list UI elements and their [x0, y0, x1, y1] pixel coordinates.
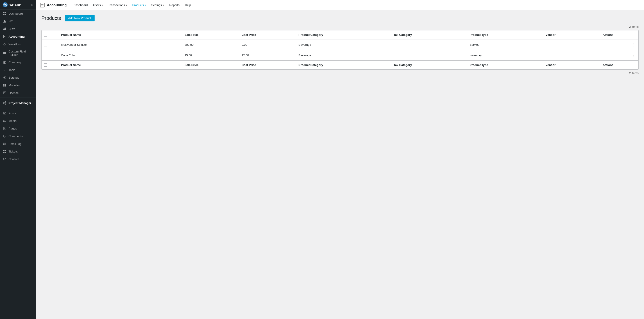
- header-product-name: Product Name: [59, 31, 182, 40]
- svg-line-36: [4, 102, 5, 103]
- svg-rect-2: [3, 12, 4, 13]
- sidebar-item-modules[interactable]: Modules: [0, 81, 36, 89]
- svg-point-8: [5, 28, 6, 29]
- svg-rect-3: [5, 12, 6, 13]
- svg-rect-24: [4, 62, 5, 64]
- products-chevron-icon: ▾: [145, 4, 146, 6]
- workflow-icon: [3, 42, 7, 46]
- svg-point-15: [4, 45, 5, 46]
- svg-line-17: [4, 44, 4, 44]
- row2-checkbox[interactable]: [44, 54, 47, 57]
- add-new-product-button[interactable]: Add New Product: [65, 15, 94, 22]
- row2-category: Beverage: [296, 50, 391, 61]
- sidebar-item-pages-label: Pages: [8, 127, 17, 130]
- items-count-bottom: 2 items: [42, 71, 638, 75]
- topnav-item-products[interactable]: Products ▾: [130, 2, 148, 8]
- svg-point-6: [4, 20, 6, 21]
- sidebar-item-hr[interactable]: HR: [0, 17, 36, 25]
- sidebar-item-comments[interactable]: Comments: [0, 132, 36, 140]
- sidebar-item-dashboard[interactable]: Dashboard: [0, 10, 36, 17]
- footer-product-type: Product Type: [467, 61, 543, 70]
- svg-rect-4: [3, 14, 4, 15]
- svg-point-7: [4, 28, 5, 29]
- topnav-users-label: Users: [93, 4, 101, 7]
- sidebar-item-posts-label: Posts: [8, 112, 16, 115]
- svg-rect-21: [4, 52, 6, 53]
- sidebar-item-company[interactable]: Company: [0, 58, 36, 66]
- svg-line-18: [4, 44, 4, 45]
- row1-actions: ⋮: [600, 40, 638, 50]
- svg-rect-47: [4, 152, 4, 153]
- sidebar-item-license[interactable]: License: [0, 89, 36, 97]
- select-all-checkbox[interactable]: [44, 33, 47, 37]
- svg-point-33: [4, 103, 4, 104]
- topnav-help-label: Help: [185, 4, 191, 7]
- topnav-item-transactions[interactable]: Transactions ▾: [106, 2, 129, 8]
- topnav-item-reports[interactable]: Reports: [167, 2, 182, 8]
- svg-rect-29: [5, 85, 6, 87]
- topnav-item-dashboard[interactable]: Dashboard: [71, 2, 90, 8]
- sidebar-item-workflow-label: Workflow: [8, 43, 20, 46]
- svg-point-35: [5, 103, 6, 105]
- sidebar-item-accounting[interactable]: Accounting: [0, 33, 36, 40]
- header-product-category: Product Category: [296, 31, 391, 40]
- footer-actions: Actions: [600, 61, 638, 70]
- svg-rect-45: [4, 150, 4, 151]
- footer-checkbox-cell: [42, 61, 59, 70]
- table-header-row: Product Name Sale Price Cost Price Produ…: [42, 31, 638, 40]
- svg-point-39: [4, 120, 4, 121]
- items-count-top: 2 items: [42, 25, 638, 28]
- sidebar-item-email-log[interactable]: Email Log: [0, 140, 36, 148]
- transactions-chevron-icon: ▾: [126, 4, 127, 6]
- topnav-item-help[interactable]: Help: [182, 2, 193, 8]
- sidebar-item-pages[interactable]: Pages: [0, 125, 36, 132]
- sidebar-item-settings[interactable]: Settings: [0, 74, 36, 81]
- company-icon: [3, 60, 7, 64]
- top-nav: Accounting Dashboard Users ▾ Transaction…: [36, 0, 644, 10]
- topnav-item-users[interactable]: Users ▾: [91, 2, 105, 8]
- sidebar-divider: [0, 98, 36, 98]
- topnav-item-settings[interactable]: Settings ▾: [149, 2, 166, 8]
- sidebar-item-custom-field-builder[interactable]: Custom Field Builder: [0, 48, 36, 58]
- row2-vendor: [543, 50, 600, 61]
- sidebar-item-contact[interactable]: Contact: [0, 155, 36, 163]
- svg-line-37: [4, 103, 5, 104]
- wp-icon: W: [3, 2, 8, 7]
- tools-icon: [3, 68, 7, 72]
- row2-actions: ⋮: [600, 50, 638, 61]
- row1-actions-menu-button[interactable]: ⋮: [602, 42, 636, 47]
- row1-checkbox[interactable]: [44, 43, 47, 46]
- sidebar-item-comments-label: Comments: [8, 135, 23, 138]
- main-content: Accounting Dashboard Users ▾ Transaction…: [36, 0, 644, 319]
- sidebar-item-tickets[interactable]: Tickets: [0, 148, 36, 155]
- footer-select-all-checkbox[interactable]: [44, 63, 47, 67]
- footer-vendor: Vendor: [543, 61, 600, 70]
- sidebar-item-crm[interactable]: CRM: [0, 25, 36, 33]
- svg-text:W: W: [4, 4, 6, 6]
- sidebar-item-media-label: Media: [8, 119, 16, 123]
- header-vendor: Vendor: [543, 31, 600, 40]
- posts-icon: [3, 111, 7, 115]
- email-log-icon: [3, 142, 7, 146]
- sidebar-header[interactable]: W WP ERP ▶: [0, 0, 36, 10]
- sidebar-item-posts[interactable]: Posts: [0, 109, 36, 117]
- sidebar-item-workflow[interactable]: Workflow: [0, 40, 36, 48]
- row2-actions-menu-button[interactable]: ⋮: [602, 53, 636, 58]
- svg-rect-27: [5, 84, 6, 85]
- svg-rect-30: [4, 92, 6, 94]
- sidebar-item-license-label: License: [8, 91, 19, 95]
- row2-product-type: Inventory: [467, 50, 543, 61]
- accounting-brand-icon: [40, 3, 45, 8]
- header-tax-category: Tax Category: [391, 31, 468, 40]
- sidebar-item-tools[interactable]: Tools: [0, 66, 36, 74]
- sidebar-brand-label: WP ERP: [10, 3, 21, 7]
- sidebar-item-modules-label: Modules: [8, 84, 20, 87]
- svg-rect-28: [4, 85, 4, 87]
- settings-icon: [3, 76, 7, 80]
- media-icon: [3, 119, 7, 123]
- sidebar-item-media[interactable]: Media: [0, 117, 36, 125]
- sidebar-item-project-manager[interactable]: Project Manager: [0, 99, 36, 107]
- svg-line-19: [5, 44, 6, 44]
- sidebar-item-contact-label: Contact: [8, 157, 19, 161]
- products-table-container: Product Name Sale Price Cost Price Produ…: [42, 30, 638, 70]
